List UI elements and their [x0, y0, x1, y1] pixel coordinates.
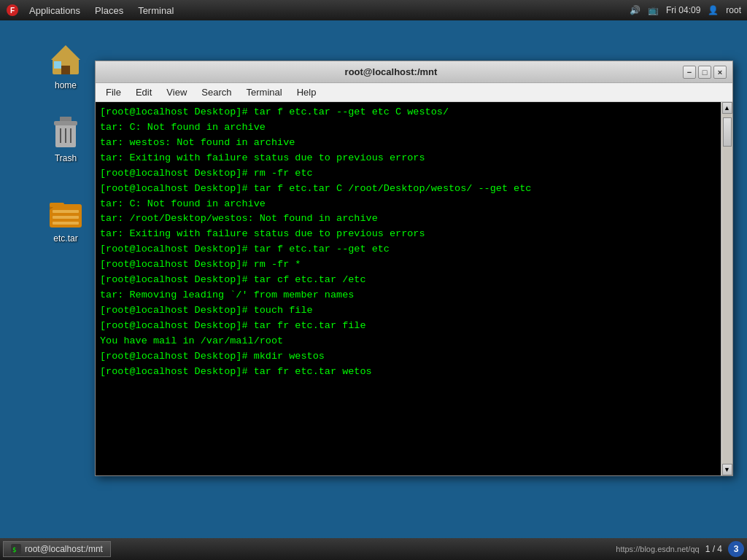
terminal-menu[interactable]: Terminal [131, 4, 181, 18]
taskbar-item-label: root@localhost:/mnt [25, 544, 103, 554]
fedora-logo-icon: F [6, 4, 19, 17]
edit-menu[interactable]: Edit [128, 85, 159, 99]
home-icon [48, 42, 83, 77]
etctar-icon-label: etc.tar [53, 233, 77, 244]
scroll-down-button[interactable]: ▼ [722, 464, 732, 475]
username-label: root [726, 5, 741, 15]
maximize-button[interactable]: □ [698, 66, 711, 79]
taskbar-page: 1 / 4 [705, 544, 722, 554]
home-desktop-icon[interactable]: home [36, 42, 95, 90]
svg-text:$: $ [12, 546, 16, 553]
terminal-menubar: File Edit View Search Terminal Help [96, 83, 732, 102]
svg-rect-15 [50, 203, 64, 207]
display-icon[interactable]: 📺 [648, 5, 659, 15]
svg-marker-3 [51, 45, 80, 60]
svg-rect-16 [53, 210, 79, 213]
file-menu[interactable]: File [98, 85, 128, 99]
terminal-window: root@localhost:/mnt − □ × File Edit View… [95, 61, 733, 476]
desktop: home Trash [0, 20, 747, 538]
terminal-body: [root@localhost Desktop]# tar f etc.tar … [96, 102, 732, 475]
clock: Fri 04:09 [666, 5, 700, 15]
close-button[interactable]: × [713, 66, 727, 79]
terminal-titlebar: root@localhost:/mnt − □ × [96, 61, 732, 83]
user-icon[interactable]: 👤 [708, 5, 719, 15]
trash-icon-label: Trash [55, 153, 77, 163]
view-menu[interactable]: View [159, 85, 194, 99]
taskbar-badge[interactable]: 3 [728, 541, 744, 557]
terminal-content[interactable]: [root@localhost Desktop]# tar f etc.tar … [96, 102, 721, 475]
volume-icon[interactable]: 🔊 [630, 5, 640, 15]
svg-rect-9 [60, 117, 71, 121]
terminal-scrollbar[interactable]: ▲ ▼ [721, 102, 732, 475]
trash-desktop-icon[interactable]: Trash [36, 115, 95, 163]
minimize-button[interactable]: − [683, 66, 696, 79]
etctar-desktop-icon[interactable]: etc.tar [36, 195, 95, 244]
home-icon-label: home [55, 80, 77, 90]
taskbar-terminal-icon: $ [11, 544, 21, 554]
terminal-title: root@localhost:/mnt [101, 66, 681, 77]
places-menu[interactable]: Places [88, 4, 131, 18]
svg-text:F: F [10, 7, 15, 15]
search-menu[interactable]: Search [194, 85, 239, 99]
terminal-sub-menu[interactable]: Terminal [239, 85, 290, 99]
taskbar-right: https://blog.esdn.net/qq 1 / 4 3 [616, 541, 744, 557]
taskbar-terminal-item[interactable]: $ root@localhost:/mnt [3, 541, 111, 557]
archive-icon [48, 195, 83, 230]
help-menu[interactable]: Help [290, 85, 324, 99]
svg-rect-17 [53, 216, 79, 219]
taskbar: $ root@localhost:/mnt https://blog.esdn.… [0, 538, 747, 560]
scroll-track[interactable] [722, 114, 732, 464]
applications-menu[interactable]: Applications [22, 4, 88, 18]
scroll-up-button[interactable]: ▲ [722, 102, 732, 114]
terminal-output: [root@localhost Desktop]# tar f etc.tar … [100, 105, 716, 380]
scroll-thumb[interactable] [723, 117, 732, 147]
taskbar-url: https://blog.esdn.net/qq [616, 545, 699, 553]
svg-rect-18 [53, 222, 79, 225]
trash-icon [48, 115, 83, 150]
svg-rect-5 [54, 61, 61, 69]
svg-rect-4 [61, 66, 70, 74]
top-menu-bar: F Applications Places Terminal 🔊 📺 Fri 0… [0, 0, 747, 20]
